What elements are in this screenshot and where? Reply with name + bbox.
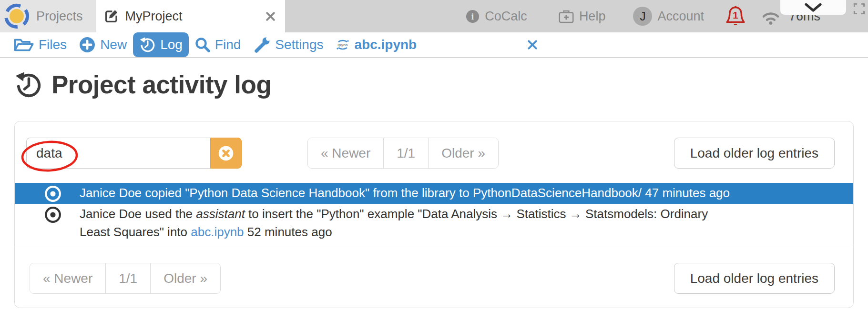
search-icon xyxy=(195,37,210,52)
help-menu-item[interactable]: Help xyxy=(559,9,606,24)
folder-open-icon xyxy=(14,38,34,52)
notification-count: 1 xyxy=(733,10,738,20)
search-input[interactable] xyxy=(26,138,210,169)
nav-item-files[interactable]: Files xyxy=(8,32,73,57)
log-controls-top: « Newer 1/1 Older » Load older log entri… xyxy=(26,138,835,169)
nav-item-settings[interactable]: Settings xyxy=(247,32,329,57)
chevron-down-icon xyxy=(804,3,823,12)
nav-item-label: Find xyxy=(215,37,241,52)
nav-item-new[interactable]: New xyxy=(73,32,133,57)
info-circle-icon: i xyxy=(466,10,480,23)
clear-search-button[interactable] xyxy=(210,138,242,169)
nav-item-label: Files xyxy=(39,37,67,52)
page-indicator: 1/1 xyxy=(105,263,150,293)
log-entry-text-italic: assistant xyxy=(196,207,245,221)
newer-button[interactable]: « Newer xyxy=(30,263,105,293)
log-entry-text: Janice Doe copied "Python Data Science H… xyxy=(80,184,730,202)
page-title: Project activity log xyxy=(51,70,271,99)
project-tab-title: MyProject xyxy=(125,9,183,24)
nav-item-label: Settings xyxy=(275,37,323,52)
account-menu-label: Account xyxy=(657,9,704,24)
top-bar: Projects MyProject i CoCalc xyxy=(0,0,868,32)
log-controls-bottom: « Newer 1/1 Older » Load older log entri… xyxy=(26,263,835,294)
older-button[interactable]: Older » xyxy=(428,138,498,168)
nav-item-label: New xyxy=(100,37,127,52)
older-button[interactable]: Older » xyxy=(150,263,220,293)
collapse-banner-button[interactable] xyxy=(780,0,846,15)
svg-text:ipynb: ipynb xyxy=(337,43,347,47)
account-menu-item[interactable]: J Account xyxy=(633,7,704,26)
medkit-icon xyxy=(559,10,574,23)
log-entry-text-prefix: Janice Doe used the xyxy=(80,207,196,221)
cocalc-menu-label: CoCalc xyxy=(485,9,527,24)
cocalc-logo-icon xyxy=(4,3,30,29)
file-tab-abc-ipynb[interactable]: ipynb abc.ipynb xyxy=(336,32,538,57)
wifi-icon[interactable] xyxy=(759,8,782,25)
times-circle-icon xyxy=(218,145,234,161)
dot-circle-icon xyxy=(43,206,62,224)
history-icon xyxy=(139,37,155,53)
notifications-bell-icon[interactable]: 1 xyxy=(725,5,746,27)
close-icon[interactable] xyxy=(527,40,538,50)
nav-item-label: Log xyxy=(160,37,183,52)
pagination: « Newer 1/1 Older » xyxy=(307,138,499,169)
project-tab-myproject[interactable]: MyProject xyxy=(96,0,285,32)
projects-button[interactable]: Projects xyxy=(0,0,96,32)
edit-icon xyxy=(104,9,119,24)
project-nav: Files New Log Find xyxy=(0,32,868,58)
fullscreen-icon[interactable] xyxy=(853,2,866,15)
pagination: « Newer 1/1 Older » xyxy=(30,263,221,294)
help-menu-label: Help xyxy=(579,9,606,24)
page-heading: Project activity log xyxy=(14,70,868,99)
activity-log-panel: « Newer 1/1 Older » Load older log entri… xyxy=(14,121,854,308)
projects-label: Projects xyxy=(36,9,83,24)
svg-text:i: i xyxy=(471,11,474,21)
file-tab-label: abc.ipynb xyxy=(355,37,417,52)
wrench-icon xyxy=(253,36,270,53)
file-link-abc-ipynb[interactable]: abc.ipynb xyxy=(191,225,244,239)
log-entry-timestamp: 52 minutes ago xyxy=(244,225,332,239)
page-indicator: 1/1 xyxy=(383,138,428,168)
jupyter-notebook-icon: ipynb xyxy=(336,38,350,52)
log-entries-list: Janice Doe copied "Python Data Science H… xyxy=(15,183,853,245)
newer-button[interactable]: « Newer xyxy=(308,138,383,168)
nav-item-log[interactable]: Log xyxy=(133,32,189,57)
close-icon[interactable] xyxy=(266,11,276,21)
load-older-button[interactable]: Load older log entries xyxy=(674,263,835,294)
log-entry-selected[interactable]: Janice Doe copied "Python Data Science H… xyxy=(15,183,853,204)
nav-item-find[interactable]: Find xyxy=(189,32,247,57)
plus-circle-icon xyxy=(79,37,95,53)
log-entry-text: Janice Doe used the assistant to insert … xyxy=(80,205,721,241)
search-group xyxy=(26,138,242,169)
load-older-button[interactable]: Load older log entries xyxy=(674,138,835,169)
log-entry[interactable]: Janice Doe used the assistant to insert … xyxy=(15,204,853,245)
avatar: J xyxy=(633,7,652,26)
cocalc-menu-item[interactable]: i CoCalc xyxy=(466,9,527,24)
history-icon xyxy=(14,71,42,99)
dot-circle-icon xyxy=(43,185,62,203)
